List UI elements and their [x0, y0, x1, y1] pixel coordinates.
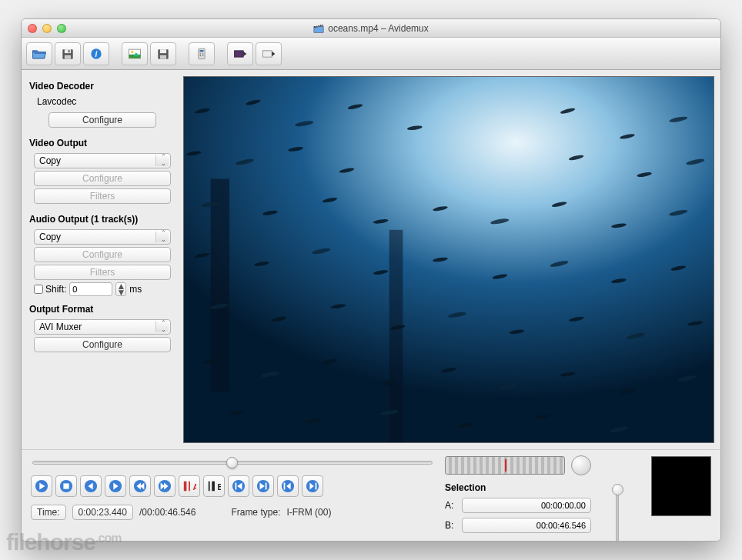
duration: /00:00:46.546: [139, 507, 196, 518]
video-output-title: Video Output: [29, 138, 175, 148]
sidebar: Video Decoder Lavcodec Configure Video O…: [22, 70, 183, 449]
set-b-button[interactable]: B: [203, 475, 225, 497]
svg-point-9: [131, 50, 133, 52]
toolbar: i: [22, 38, 720, 70]
svg-rect-20: [263, 50, 272, 56]
frame-type-label: Frame type:: [231, 507, 280, 518]
frame-type-value: I-FRM (00): [286, 507, 331, 518]
shift-value-input[interactable]: [69, 282, 112, 296]
svg-rect-28: [63, 483, 69, 488]
svg-rect-3: [65, 55, 71, 58]
svg-text:i: i: [95, 50, 98, 58]
shift-checkbox-label[interactable]: Shift:: [34, 284, 66, 295]
svg-rect-40: [236, 483, 237, 490]
save-button[interactable]: [55, 42, 81, 65]
shift-spinner[interactable]: ▲▼: [115, 282, 126, 296]
goto-b-button[interactable]: [252, 475, 274, 497]
video-output-filters-button[interactable]: Filters: [34, 188, 171, 204]
goto-a-button[interactable]: [228, 475, 249, 497]
selection-a-value: 00:00:00.00: [462, 498, 591, 513]
next-black-button[interactable]: [302, 475, 323, 497]
svg-point-17: [200, 55, 202, 56]
decoder-codec: Lavcodec: [37, 96, 175, 107]
svg-rect-11: [160, 49, 166, 53]
prev-keyframe-button[interactable]: [129, 475, 151, 497]
close-button[interactable]: [28, 24, 37, 33]
svg-rect-36: [209, 482, 210, 492]
play-button-toolbar[interactable]: [227, 42, 253, 65]
svg-rect-44: [284, 483, 286, 490]
svg-text:A: A: [193, 482, 197, 492]
timeline-slider-thumb[interactable]: [226, 457, 238, 468]
calculator-button[interactable]: [189, 42, 215, 65]
set-a-button[interactable]: A: [179, 475, 200, 497]
svg-rect-12: [160, 55, 166, 58]
svg-rect-4: [69, 50, 70, 52]
minimize-button[interactable]: [42, 24, 52, 33]
zoom-button[interactable]: [57, 24, 66, 33]
prev-frame-button[interactable]: [80, 475, 102, 497]
current-time[interactable]: 0:00:23.440: [72, 505, 133, 520]
info-button[interactable]: i: [83, 42, 109, 65]
svg-rect-46: [316, 483, 317, 490]
selection-b-label: B:: [445, 520, 457, 531]
shift-checkbox[interactable]: [34, 285, 43, 294]
selection-title: Selection: [445, 482, 591, 493]
video-output-configure-button[interactable]: Configure: [34, 171, 171, 186]
play-button[interactable]: [31, 475, 52, 497]
thumbnail-box: [651, 456, 711, 516]
audio-output-select[interactable]: Copy: [34, 229, 171, 245]
titlebar: oceans.mp4 – Avidemux: [22, 19, 720, 38]
next-frame-button[interactable]: [105, 475, 126, 497]
svg-text:B: B: [218, 482, 222, 492]
open-file-button[interactable]: [26, 42, 52, 65]
clapperboard-icon: [313, 23, 324, 34]
next-keyframe-button[interactable]: [154, 475, 175, 497]
svg-rect-33: [184, 482, 187, 492]
decoder-configure-button[interactable]: Configure: [48, 112, 156, 128]
transport-controls: A B: [31, 475, 434, 497]
svg-point-16: [202, 53, 204, 55]
svg-rect-34: [189, 482, 190, 492]
svg-rect-14: [200, 50, 204, 52]
svg-rect-23: [184, 77, 714, 442]
save-image-button[interactable]: [122, 42, 148, 65]
svg-rect-37: [212, 482, 215, 492]
application-window: oceans.mp4 – Avidemux i Video Decoder La…: [21, 18, 721, 542]
video-output-select[interactable]: Copy: [34, 153, 171, 168]
audio-output-title: Audio Output (1 track(s)): [29, 214, 175, 225]
selection-a-label: A:: [445, 500, 457, 511]
audio-output-configure-button[interactable]: Configure: [34, 247, 171, 262]
video-preview: [183, 76, 714, 443]
shift-unit: ms: [129, 284, 142, 295]
window-controls: [28, 24, 66, 33]
window-title: oceans.mp4 – Avidemux: [22, 23, 720, 34]
jog-wheel[interactable]: [445, 456, 565, 475]
svg-rect-42: [266, 483, 267, 490]
video-decoder-title: Video Decoder: [29, 81, 175, 92]
svg-point-15: [200, 53, 202, 55]
svg-rect-2: [65, 49, 71, 53]
volume-slider[interactable]: [611, 487, 623, 542]
selection-b-value: 00:00:46.546: [462, 518, 591, 533]
output-format-select[interactable]: AVI Muxer: [34, 319, 171, 335]
svg-rect-19: [235, 50, 244, 56]
output-format-title: Output Format: [29, 304, 175, 315]
save-audio-button[interactable]: [150, 42, 176, 65]
stop-button[interactable]: [55, 475, 77, 497]
output-format-configure-button[interactable]: Configure: [34, 337, 171, 352]
svg-point-18: [202, 55, 204, 56]
jog-knob[interactable]: [571, 455, 591, 475]
volume-thumb[interactable]: [612, 484, 623, 495]
timeline-slider[interactable]: [32, 461, 433, 465]
prev-black-button[interactable]: [277, 475, 299, 497]
svg-rect-0: [314, 26, 323, 32]
export-button[interactable]: [256, 42, 282, 65]
audio-output-filters-button[interactable]: Filters: [34, 265, 171, 280]
time-label[interactable]: Time:: [31, 505, 66, 520]
